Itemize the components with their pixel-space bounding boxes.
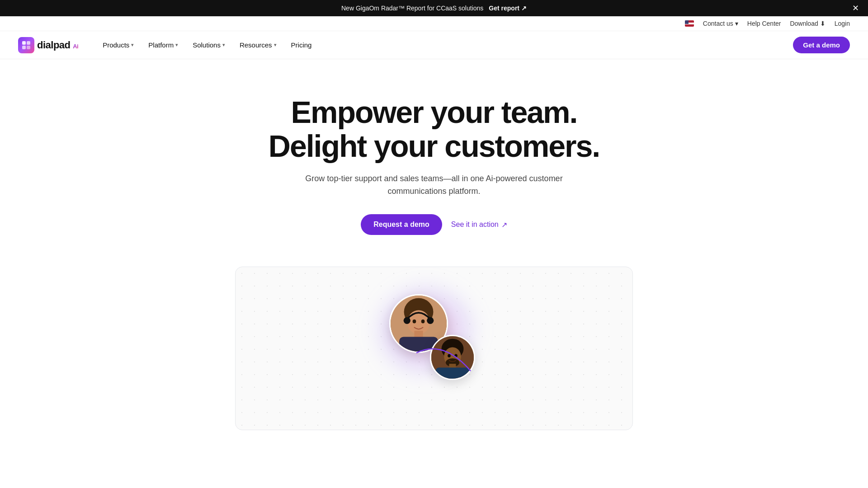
demo-visual [236,267,632,430]
nav-item-solutions[interactable]: Solutions ▾ [186,38,231,52]
logo[interactable]: dialpad Ai [18,37,78,53]
demo-container [217,267,651,430]
nav-item-platform[interactable]: Platform ▾ [142,38,184,52]
svg-point-10 [427,317,434,324]
logo-wordmark: dialpad Ai [37,39,78,51]
chevron-down-icon: ▾ [175,42,178,48]
hero-headline: Empower your team. Delight your customer… [249,95,619,163]
help-center-link[interactable]: Help Center [747,20,781,27]
chevron-down-icon: ▾ [131,42,134,48]
announcement-text: New GigaOm Radar™ Report for CCaaS solut… [341,5,483,12]
svg-point-9 [404,317,410,324]
main-navbar: dialpad Ai Products ▾ Platform ▾ Solutio… [0,31,868,59]
svg-rect-2 [22,46,26,49]
flag-icon [685,20,694,27]
request-demo-button[interactable]: Request a demo [361,214,442,235]
demo-box [235,267,633,430]
chevron-down-icon: ▾ [222,42,225,48]
close-announcement-button[interactable]: ✕ [852,4,859,12]
logo-mark [18,37,34,53]
chevron-down-icon: ▾ [274,42,277,48]
nav-item-products[interactable]: Products ▾ [96,38,140,52]
hero-buttons: Request a demo See it in action ↗ [249,214,619,235]
login-link[interactable]: Login [835,20,850,27]
nav-links: Products ▾ Platform ▾ Solutions ▾ Resour… [96,38,793,52]
external-link-icon: ↗ [521,5,527,12]
announcement-bar: New GigaOm Radar™ Report for CCaaS solut… [0,0,868,16]
hero-subtext: Grow top-tier support and sales teams—al… [294,172,574,198]
utility-bar: Contact us ▾ Help Center Download ⬇ Logi… [0,16,868,31]
announcement-cta[interactable]: Get report ↗ [489,5,527,12]
svg-rect-0 [22,41,26,45]
svg-point-6 [407,310,430,334]
svg-point-11 [413,319,416,324]
nav-item-pricing[interactable]: Pricing [285,38,318,52]
download-icon: ⬇ [820,20,826,27]
get-demo-button[interactable]: Get a demo [793,37,850,53]
external-link-icon: ↗ [501,221,507,229]
connection-curve [407,344,480,380]
svg-rect-3 [27,46,30,49]
svg-rect-1 [27,41,30,45]
svg-point-12 [421,319,425,324]
download-link[interactable]: Download ⬇ [790,20,825,27]
contact-us-link[interactable]: Contact us ▾ [703,20,738,27]
see-in-action-link[interactable]: See it in action ↗ [451,221,507,229]
hero-section: Empower your team. Delight your customer… [231,59,637,258]
chevron-down-icon: ▾ [735,20,738,27]
nav-item-resources[interactable]: Resources ▾ [233,38,283,52]
